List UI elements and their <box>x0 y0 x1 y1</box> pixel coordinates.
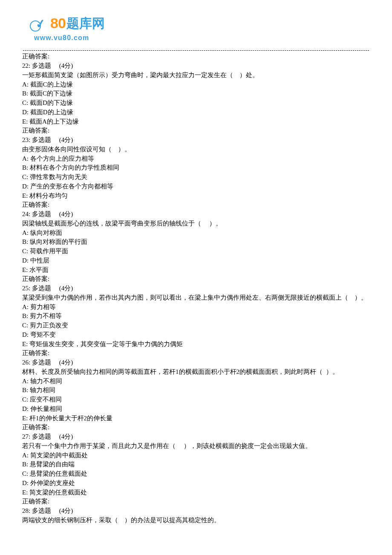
text-line: 若只有一个集中力作用于某梁，而且此力又是作用在（ ），则该处横截面的挠度一定会出… <box>22 442 369 451</box>
text-line: B: 材料在各个方向的力学性质相同 <box>22 163 369 173</box>
text-line: D: 中性层 <box>22 256 369 266</box>
text-line: B: 剪力不相等 <box>22 312 369 321</box>
text-line: C: 悬臂梁的任意截面处 <box>22 469 369 479</box>
text-line: 26: 多选题 (4分) <box>22 358 369 367</box>
text-line: A: 轴力不相同 <box>22 377 369 386</box>
text-line: 由变形固体各向同性假设可知（ ）。 <box>22 145 369 154</box>
text-line: C: 截面D的下边缘 <box>22 98 369 108</box>
text-line: C: 剪力正负改变 <box>22 321 369 330</box>
question-content: 正确答案: 22: 多选题 (4分) 一矩形截面简支梁（如图所示）受力弯曲时，梁… <box>22 52 369 525</box>
text-line: 正确答案: <box>22 423 369 432</box>
text-line: B: 纵向对称面的平行面 <box>22 237 369 247</box>
logo-check-icon: ✓ <box>35 14 46 33</box>
text-line: 正确答案: <box>22 275 369 284</box>
text-line: 两端铰支的细长钢制压杆，采取（ ）的办法是可以提高其稳定性的。 <box>22 516 369 525</box>
text-line: 因梁轴线是截面形心的连线，故梁平面弯曲变形后的轴线位于（ ）。 <box>22 219 369 228</box>
text-line: 24: 多选题 (4分) <box>22 210 369 219</box>
text-line: E: 截面A的上下边缘 <box>22 117 369 127</box>
text-line: C: 荷载作用平面 <box>22 247 369 256</box>
text-line: E: 水平面 <box>22 266 369 275</box>
logo-number: 80 <box>50 13 66 34</box>
text-line: E: 弯矩值发生突变，其突变值一定等于集中力偶的力偶矩 <box>22 340 369 349</box>
text-line: 正确答案: <box>22 497 369 506</box>
text-line: 正确答案: <box>22 52 369 61</box>
header-divider <box>23 50 369 51</box>
text-line: D: 截面D的上边缘 <box>22 108 369 117</box>
text-line: 材料、长度及所受轴向拉力相同的两等截面直杆，若杆1的横截面面积小于杆2的横截面面… <box>22 367 369 377</box>
text-line: 23: 多选题 (4分) <box>22 136 369 145</box>
logo-url: www.vu80.com <box>34 33 369 43</box>
text-line: A: 纵向对称面 <box>22 228 369 238</box>
text-line: 正确答案: <box>22 349 369 358</box>
logo-top-row: ✓ 80 题库网 <box>32 13 369 34</box>
text-line: D: 弯矩不变 <box>22 330 369 340</box>
text-line: 某梁受到集中力偶的作用，若作出其内力图，则可以看出，在梁上集中力偶作用处左、右两… <box>22 293 369 303</box>
text-line: 25: 多选题 (4分) <box>22 284 369 293</box>
text-line: D: 伸长量相同 <box>22 405 369 414</box>
text-line: C: 应变不相同 <box>22 395 369 405</box>
text-line: D: 外伸梁的支座处 <box>22 479 369 488</box>
text-line: 28: 多选题 (4分) <box>22 506 369 516</box>
text-line: E: 杆1的伸长量大于杆2的伸长量 <box>22 414 369 423</box>
text-line: 22: 多选题 (4分) <box>22 61 369 71</box>
text-line: 27: 多选题 (4分) <box>22 432 369 442</box>
text-line: 一矩形截面简支梁（如图所示）受力弯曲时，梁内最大拉应力一定发生在（ ）处。 <box>22 71 369 80</box>
text-line: 正确答案: <box>22 200 369 210</box>
text-line: B: 截面C的下边缘 <box>22 89 369 98</box>
text-line: E: 材料分布均匀 <box>22 191 369 201</box>
text-line: B: 悬臂梁的自由端 <box>22 460 369 469</box>
text-line: A: 剪力相等 <box>22 303 369 312</box>
text-line: C: 弹性常数与方向无关 <box>22 173 369 182</box>
text-line: E: 简支梁的任意截面处 <box>22 488 369 497</box>
text-line: A: 简支梁的跨中截面处 <box>22 451 369 460</box>
logo-cn-text: 题库网 <box>66 14 105 33</box>
page-root: ✓ 80 题库网 www.vu80.com 正确答案: 22: 多选题 (4分)… <box>0 0 392 542</box>
text-line: A: 截面C的上边缘 <box>22 80 369 90</box>
text-line: B: 轴力相同 <box>22 386 369 395</box>
site-logo: ✓ 80 题库网 www.vu80.com <box>32 13 369 43</box>
text-line: A: 各个方向上的应力相等 <box>22 154 369 164</box>
logo-mark: ✓ <box>32 15 50 32</box>
text-line: 正确答案: <box>22 126 369 136</box>
text-line: D: 产生的变形在各个方向都相等 <box>22 182 369 191</box>
